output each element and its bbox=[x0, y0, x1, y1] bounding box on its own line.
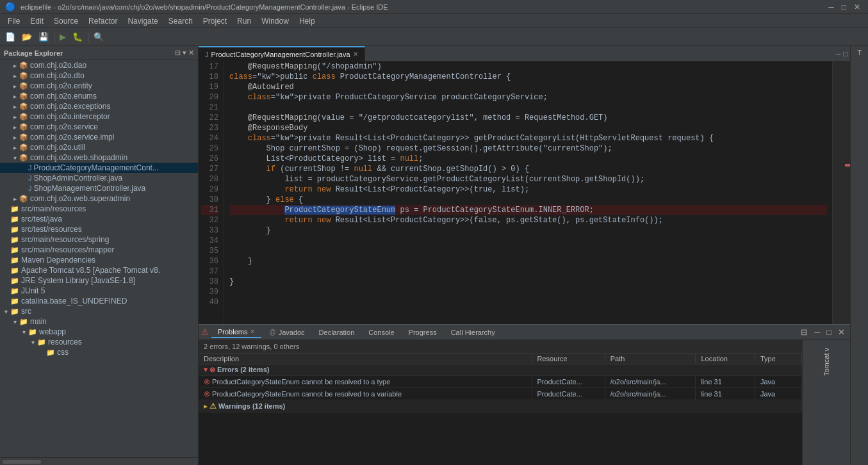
col-path[interactable]: Path bbox=[605, 354, 696, 364]
tree-item[interactable]: 📁css bbox=[0, 347, 198, 357]
tree-item[interactable]: ▾📦com.chj.o2o.web.shopadmin bbox=[0, 152, 198, 163]
new-button[interactable]: 📄 bbox=[3, 31, 18, 43]
menu-project[interactable]: Project bbox=[198, 15, 232, 27]
code-line[interactable]: return new Result<List<ProductCategory>>… bbox=[229, 184, 827, 195]
maximize-button[interactable]: □ bbox=[839, 3, 849, 12]
code-line[interactable]: ProductCategoryStateEnum ps = ProductCat… bbox=[229, 205, 827, 215]
editor-tab-active[interactable]: J ProductCategoryManagementController.ja… bbox=[199, 46, 365, 61]
error-row[interactable]: ⊗ ProductCategoryStateEnum cannot be res… bbox=[199, 376, 802, 388]
menu-window[interactable]: Window bbox=[256, 15, 294, 27]
menu-search[interactable]: Search bbox=[163, 15, 198, 27]
minimize-editor-icon[interactable]: ─ bbox=[836, 50, 841, 58]
code-line[interactable]: } bbox=[229, 277, 827, 287]
code-line[interactable] bbox=[229, 266, 827, 277]
tab-callhierarchy[interactable]: Call Hierarchy bbox=[445, 327, 502, 338]
tab-progress[interactable]: Progress bbox=[402, 327, 443, 338]
menu-help[interactable]: Help bbox=[294, 15, 320, 27]
settings-icon[interactable]: ▾ bbox=[183, 49, 186, 57]
tomcat-label[interactable]: Tomcat v bbox=[823, 348, 830, 376]
tree-item[interactable]: 📁JRE System Library [JavaSE-1.8] bbox=[0, 275, 198, 286]
tab-problems-close[interactable]: ✕ bbox=[250, 328, 255, 335]
tree-item[interactable]: ▸📦com.chj.o2o.web.superadmin bbox=[0, 193, 198, 204]
code-line[interactable]: class="kw">public class ProductCategoryM… bbox=[229, 72, 827, 82]
horizontal-scrollbar[interactable] bbox=[0, 457, 198, 465]
col-location[interactable]: Location bbox=[696, 354, 755, 364]
tree-item[interactable]: 📁catalina.base_IS_UNDEFINED bbox=[0, 296, 198, 306]
close-panel-icon[interactable]: ✕ bbox=[188, 49, 194, 57]
code-line[interactable]: class="kw">private ProductCategoryServic… bbox=[229, 92, 827, 102]
tree-item[interactable]: 📁Maven Dependencies bbox=[0, 255, 198, 265]
minimize-button[interactable]: ─ bbox=[826, 3, 837, 12]
col-resource[interactable]: Resource bbox=[532, 354, 605, 364]
code-line[interactable]: @RequestMapping(value = "/getproductcate… bbox=[229, 113, 827, 123]
close-button[interactable]: ✕ bbox=[851, 3, 863, 12]
tree-item[interactable]: 📁src/test/java bbox=[0, 214, 198, 224]
code-line[interactable]: } bbox=[229, 225, 827, 236]
tree-item[interactable]: ▸📦com.chj.o2o.dto bbox=[0, 70, 198, 81]
code-line[interactable]: class="kw">private Result<List<ProductCa… bbox=[229, 133, 827, 143]
filter-icon[interactable]: ⊟ bbox=[798, 327, 810, 337]
tab-console[interactable]: Console bbox=[362, 327, 400, 338]
tree-item[interactable]: 📁src/main/resources bbox=[0, 204, 198, 214]
tree-item[interactable]: ▾📁main bbox=[0, 316, 198, 327]
tree-item[interactable]: ▸📦com.chj.o2o.dao bbox=[0, 60, 198, 70]
tree-item[interactable]: JProductCategoryManagementCont... bbox=[0, 163, 198, 173]
warning-group-row[interactable]: ▸ ⚠ Warnings (12 items) bbox=[199, 400, 802, 412]
col-type[interactable]: Type bbox=[755, 354, 801, 364]
tab-close-icon[interactable]: ✕ bbox=[353, 51, 358, 58]
code-line[interactable]: @Autowired bbox=[229, 82, 827, 92]
tab-declaration[interactable]: Declaration bbox=[313, 327, 361, 338]
open-button[interactable]: 📂 bbox=[19, 31, 35, 43]
tree-item[interactable]: ▸📦com.chj.o2o.enums bbox=[0, 91, 198, 101]
bottom-maximize-icon[interactable]: □ bbox=[824, 327, 834, 337]
tree-item[interactable]: ▸📦com.chj.o2o.exceptions bbox=[0, 101, 198, 111]
tree-item[interactable]: 📁src/main/resources/mapper bbox=[0, 245, 198, 255]
tree-item[interactable]: ▾📁src bbox=[0, 306, 198, 316]
code-line[interactable]: List<ProductCategory> list = null; bbox=[229, 154, 827, 164]
menu-run[interactable]: Run bbox=[232, 15, 256, 27]
debug-button[interactable]: 🐛 bbox=[70, 31, 85, 43]
tree-item[interactable]: ▸📦com.chj.o2o.interceptor bbox=[0, 111, 198, 122]
run-button[interactable]: ▶ bbox=[57, 31, 69, 43]
error-row[interactable]: ⊗ ProductCategoryStateEnum cannot be res… bbox=[199, 388, 802, 400]
tree-item[interactable]: ▾📁resources bbox=[0, 337, 198, 347]
menu-refactor[interactable]: Refactor bbox=[83, 15, 122, 27]
tab-javadoc[interactable]: @ Javadoc bbox=[263, 327, 311, 338]
code-line[interactable] bbox=[229, 246, 827, 256]
code-line[interactable]: @RequestMapping("/shopadmin") bbox=[229, 61, 827, 72]
code-line[interactable]: Shop currentShop = (Shop) request.getSes… bbox=[229, 143, 827, 154]
tab-problems[interactable]: Problems ✕ bbox=[211, 327, 261, 338]
bottom-close-icon[interactable]: ✕ bbox=[835, 327, 848, 337]
tree-item[interactable]: 📁src/test/resources bbox=[0, 224, 198, 234]
code-content[interactable]: @RequestMapping("/shopadmin")class="kw">… bbox=[224, 61, 832, 324]
bottom-minimize-icon[interactable]: ─ bbox=[812, 327, 823, 337]
code-line[interactable]: return new Result<List<ProductCategory>>… bbox=[229, 215, 827, 225]
code-line[interactable]: } bbox=[229, 256, 827, 266]
menu-source[interactable]: Source bbox=[49, 15, 83, 27]
maximize-editor-icon[interactable]: □ bbox=[843, 50, 848, 58]
col-description[interactable]: Description bbox=[199, 354, 532, 364]
code-line[interactable] bbox=[229, 236, 827, 246]
search-button[interactable]: 🔍 bbox=[91, 31, 106, 43]
code-line[interactable]: } else { bbox=[229, 195, 827, 205]
save-button[interactable]: 💾 bbox=[36, 31, 51, 43]
tree-item[interactable]: 📁src/main/resources/spring bbox=[0, 234, 198, 245]
code-line[interactable]: list = productCategoryService.getProduct… bbox=[229, 174, 827, 184]
tree-item[interactable]: ▸📦com.chj.o2o.utill bbox=[0, 142, 198, 152]
menu-file[interactable]: File bbox=[3, 15, 25, 27]
tree-item[interactable]: ▾📁webapp bbox=[0, 327, 198, 337]
code-line[interactable] bbox=[229, 297, 827, 307]
tree-item[interactable]: ▸📦com.chj.o2o.service.impl bbox=[0, 132, 198, 142]
tree-item[interactable]: 📁JUnit 5 bbox=[0, 286, 198, 296]
code-line[interactable]: @ResponseBody bbox=[229, 123, 827, 133]
collapse-icon[interactable]: ⊟ bbox=[175, 49, 181, 57]
tree-item[interactable]: JShopAdminController.java bbox=[0, 173, 198, 183]
code-line[interactable] bbox=[229, 102, 827, 113]
tree-item[interactable]: 📁Apache Tomcat v8.5 [Apache Tomcat v8. bbox=[0, 265, 198, 275]
tree-item[interactable]: JShopManagementController.java bbox=[0, 183, 198, 193]
tree-item[interactable]: ▸📦com.chj.o2o.service bbox=[0, 122, 198, 132]
tree-item[interactable]: ▸📦com.chj.o2o.entity bbox=[0, 81, 198, 91]
error-group-row[interactable]: ▾ ⊗ Errors (2 items) bbox=[199, 364, 802, 376]
code-line[interactable]: if (currentShop != null && currentShop.g… bbox=[229, 164, 827, 174]
code-line[interactable] bbox=[229, 287, 827, 297]
